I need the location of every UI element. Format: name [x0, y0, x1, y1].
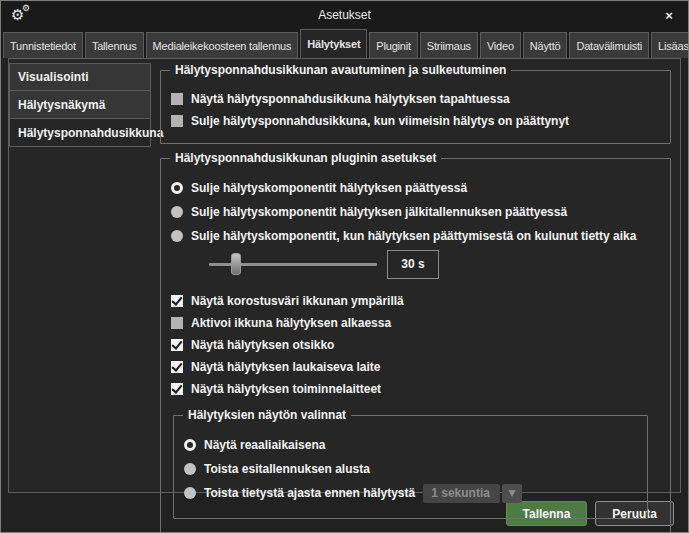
alarm-display-options-group: Hälytyksien näytön valinnat Näytä reaali…: [173, 415, 648, 519]
checkbox-label: Sulje hälytysponnahdusikkuna, kun viimei…: [191, 114, 569, 128]
window-title: Asetukset: [1, 8, 688, 22]
group-title: Hälytyksien näytön valinnat: [183, 408, 351, 422]
time-before-dropdown[interactable]: 1 sekuntia ▼: [423, 484, 522, 503]
radio-row-play-from-prerecording[interactable]: Toista esitallennuksen alusta: [184, 458, 637, 480]
settings-main: Hälytysponnahdusikkunan avautuminen ja s…: [151, 59, 680, 492]
checkbox-row-show-popup[interactable]: Näytä hälytysponnahdusikkuna hälytyksen …: [171, 89, 660, 109]
radio-row-close-after-post-recording[interactable]: Sulje hälytyskomponentit hälytyksen jälk…: [171, 201, 660, 223]
tab-striimaus[interactable]: Striimaus: [420, 32, 478, 58]
tab-medialeikekoosteen-tallennus[interactable]: Medialeikekoosteen tallennus: [146, 32, 299, 58]
dropdown-value: 1 sekuntia: [423, 484, 500, 503]
tab-halytykset[interactable]: Hälytykset: [300, 29, 367, 58]
checkbox-label: Aktivoi ikkuna hälytyksen alkaessa: [191, 316, 391, 330]
checkbox-row-close-popup[interactable]: Sulje hälytysponnahdusikkuna, kun viimei…: [171, 111, 660, 131]
radio-button[interactable]: [171, 230, 183, 242]
checkbox[interactable]: [171, 93, 183, 105]
tab-lisaasetukset[interactable]: Lisäasetukset: [651, 32, 689, 58]
checkbox-label: Näytä hälytyksen laukaiseva laite: [191, 360, 380, 374]
radio-label: Toista tietystä ajasta ennen hälytystä: [204, 486, 415, 500]
checkbox-row-show-trigger-device[interactable]: Näytä hälytyksen laukaiseva laite: [171, 357, 660, 377]
sidebar: Visualisointi Hälytysnäkymä Hälytysponna…: [9, 59, 151, 492]
delay-value-field[interactable]: 30 s: [387, 250, 439, 279]
group-title: Hälytysponnahdusikkunan pluginin asetuks…: [170, 151, 441, 165]
radio-label: Toista esitallennuksen alusta: [204, 462, 370, 476]
tab-video[interactable]: Video: [480, 32, 521, 58]
sidebar-item-visualisointi[interactable]: Visualisointi: [9, 63, 151, 91]
radio-label: Näytä reaaliaikaisena: [204, 438, 325, 452]
popup-plugin-settings-group: Hälytysponnahdusikkunan pluginin asetuks…: [160, 158, 671, 533]
checkbox[interactable]: [171, 115, 183, 127]
tab-bar: Tunnistetiedot Tallennus Medialeikekoost…: [1, 29, 688, 58]
radio-label: Sulje hälytyskomponentit hälytyksen päät…: [191, 181, 467, 195]
checkbox-label: Näytä hälytyksen otsikko: [191, 338, 334, 352]
radio-row-show-realtime[interactable]: Näytä reaaliaikaisena: [184, 434, 637, 456]
group-title: Hälytysponnahdusikkunan avautuminen ja s…: [170, 63, 511, 77]
radio-button[interactable]: [184, 463, 196, 475]
checkbox-row-highlight-color[interactable]: Näytä korostusväri ikkunan ympärillä: [171, 291, 660, 311]
tab-tunnistetiedot[interactable]: Tunnistetiedot: [3, 32, 83, 58]
radio-label: Sulje hälytyskomponentit hälytyksen jälk…: [191, 205, 567, 219]
popup-open-close-group: Hälytysponnahdusikkunan avautuminen ja s…: [160, 70, 671, 144]
checkbox-row-show-alarm-title[interactable]: Näytä hälytyksen otsikko: [171, 335, 660, 355]
sidebar-item-halytysnakyma[interactable]: Hälytysnäkymä: [9, 91, 151, 119]
close-icon[interactable]: ×: [660, 6, 678, 24]
radio-button[interactable]: [171, 206, 183, 218]
radio-label: Sulje hälytyskomponentit, kun hälytyksen…: [191, 229, 636, 243]
delay-slider-row: 30 s: [209, 249, 660, 279]
checkbox[interactable]: [171, 295, 183, 307]
radio-row-close-after-delay[interactable]: Sulje hälytyskomponentit, kun hälytyksen…: [171, 225, 660, 247]
checkbox-row-show-action-devices[interactable]: Näytä hälytyksen toiminnelaitteet: [171, 379, 660, 399]
checkbox[interactable]: [171, 361, 183, 373]
settings-dialog: ⚙ ⚙ Asetukset × Tunnistetiedot Tallennus…: [0, 0, 689, 533]
radio-row-play-from-time-before[interactable]: Toista tietystä ajasta ennen hälytystä 1…: [184, 482, 637, 504]
popup-option-checkboxes: Näytä korostusväri ikkunan ympärillä Akt…: [171, 291, 660, 399]
radio-button[interactable]: [171, 182, 183, 194]
checkbox[interactable]: [171, 317, 183, 329]
checkbox-label: Näytä korostusväri ikkunan ympärillä: [191, 294, 404, 308]
sidebar-item-halytysponnahdusikkuna[interactable]: Hälytysponnahdusikkuna: [9, 119, 151, 147]
tab-datavalimuisti[interactable]: Datavälimuisti: [569, 32, 649, 58]
radio-button[interactable]: [184, 487, 196, 499]
checkbox-label: Näytä hälytyksen toiminnelaitteet: [191, 382, 381, 396]
radio-button[interactable]: [184, 439, 196, 451]
checkbox-row-activate-window[interactable]: Aktivoi ikkuna hälytyksen alkaessa: [171, 313, 660, 333]
delay-slider[interactable]: [209, 252, 377, 276]
slider-handle[interactable]: [231, 253, 241, 275]
chevron-down-icon[interactable]: ▼: [502, 484, 522, 503]
checkbox-label: Näytä hälytysponnahdusikkuna hälytyksen …: [191, 92, 510, 106]
tab-naytto[interactable]: Näyttö: [523, 32, 568, 58]
title-bar: ⚙ ⚙ Asetukset ×: [1, 1, 688, 29]
checkbox[interactable]: [171, 383, 183, 395]
radio-row-close-on-alarm-end[interactable]: Sulje hälytyskomponentit hälytyksen päät…: [171, 177, 660, 199]
tab-content-panel: Visualisointi Hälytysnäkymä Hälytysponna…: [8, 58, 681, 493]
tab-pluginit[interactable]: Pluginit: [369, 32, 417, 58]
checkbox[interactable]: [171, 339, 183, 351]
tab-tallennus[interactable]: Tallennus: [85, 32, 144, 58]
